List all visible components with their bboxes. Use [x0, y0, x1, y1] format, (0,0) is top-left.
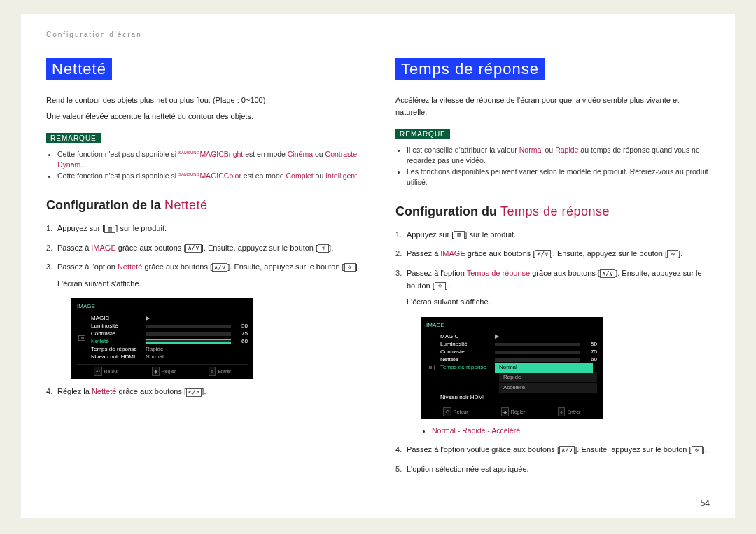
text: ou: [313, 150, 326, 158]
osd-footer: ↶Retour ◆Régler ⎆Entrer: [77, 364, 248, 376]
updown-icon: ∧/∨: [535, 250, 550, 258]
steps-list: Appuyez sur [▥] sur le produit. Passez à…: [46, 223, 360, 398]
intro-text: Rend le contour des objets plus net ou p…: [46, 94, 360, 106]
note-item: Cette fonction n'est pas disponible si S…: [57, 171, 360, 181]
osd-row-luminosite: Luminosité50: [440, 342, 597, 349]
osd-row-nnh: Niveau noir HDMINormal: [91, 353, 248, 360]
text: . Ensuite, appuyez sur le bouton: [553, 249, 665, 258]
text: Passez à l'option voulue grâce aux bouto…: [407, 445, 557, 454]
osd-arrow-icon: ▶: [495, 332, 597, 342]
osd-label: Niveau noir HDMI: [440, 393, 495, 402]
updown-icon: ∧/∨: [186, 244, 201, 253]
osd-row-nnh: Niveau noir HDMI: [440, 394, 597, 401]
step: Passez à l'option voulue grâce aux bouto…: [396, 444, 710, 456]
heading-temps-de-reponse: Temps de réponse: [396, 58, 545, 80]
text: ou: [314, 171, 326, 180]
remark-label: REMARQUE: [46, 133, 101, 143]
text: est en mode: [241, 171, 286, 180]
brand-sup: SAMSUNG: [178, 150, 200, 155]
text: .: [83, 160, 85, 169]
step: Passez à l'option Temps de réponse grâce…: [396, 267, 710, 437]
osd-screenshot: IMAGE MAGIC▶ Luminosité50 Contraste75 Ne…: [71, 298, 360, 379]
step-after-text: L'écran suivant s'affiche.: [407, 296, 710, 309]
right-column: Temps de réponse Accélérez la vitesse de…: [396, 58, 710, 482]
osd-row-luminosite: Luminosité50: [91, 323, 248, 330]
osd-row-magic: MAGIC▶: [440, 334, 597, 341]
value: Normal: [519, 146, 543, 154]
section-heading: Configuration du Temps de réponse: [396, 204, 710, 219]
text: Cette fonction n'est pas disponible si: [57, 150, 178, 158]
osd-option: Accéléré: [499, 383, 597, 393]
brand: MAGICBright: [200, 150, 243, 158]
osd-row-tdr-selected: Temps de réponse Normal: [440, 365, 597, 372]
text: sur le produit.: [467, 230, 516, 239]
enter-icon: ⎆: [667, 250, 678, 258]
text: sur le produit.: [118, 224, 167, 232]
step: Passez à IMAGE grâce aux boutons [∧/∨]. …: [396, 248, 710, 260]
enter-icon: ⎆: [435, 282, 446, 290]
osd-row-contraste: Contraste75: [440, 349, 597, 356]
text: grâce aux boutons: [116, 244, 184, 252]
brand-sup: SAMSUNG: [178, 172, 200, 176]
remark-label: REMARQUE: [396, 129, 450, 139]
osd-sidebar-icon: [426, 333, 436, 402]
note-item: Il est conseillé d'attribuer la valeur N…: [407, 145, 710, 165]
menu-icon: ▥: [454, 231, 465, 239]
page-number: 54: [701, 498, 710, 508]
osd-options: Rapide Accéléré: [499, 372, 597, 394]
note-item: Cette fonction n'est pas disponible si S…: [57, 149, 360, 169]
image-label: IMAGE: [440, 249, 465, 258]
text: .: [357, 171, 359, 180]
updown-icon: ∧/∨: [600, 269, 615, 278]
text: .: [448, 281, 450, 290]
text: . Ensuite, appuyez sur le bouton: [230, 262, 342, 271]
text: Passez à: [407, 249, 440, 258]
enter-icon: ⎆: [692, 446, 703, 454]
options-line: Normal - Rapide - Accéléré: [432, 425, 710, 437]
osd-option-selected: Normal: [495, 363, 593, 373]
intro-text: Accélérez la vitesse de réponse de l'écr…: [396, 94, 710, 118]
remark-notes: Cette fonction n'est pas disponible si S…: [46, 149, 360, 181]
option-label: Netteté: [118, 262, 142, 271]
osd-btn-adjust: ◆Régler: [501, 407, 526, 416]
text: .: [680, 249, 682, 258]
mode: Complet: [286, 171, 314, 180]
text: Cette fonction n'est pas disponible si: [57, 171, 178, 180]
osd-btn-enter: ⎆Entrer: [209, 367, 231, 376]
osd-btn-adjust: ◆Régler: [152, 367, 176, 376]
osd-header: IMAGE: [426, 321, 597, 330]
step: Réglez la Netteté grâce aux boutons [</>…: [46, 386, 360, 398]
mode: Cinéma: [288, 150, 313, 158]
osd-value: Normal: [146, 353, 248, 362]
text: Réglez la: [57, 387, 92, 395]
text: .: [705, 445, 707, 454]
step: Passez à l'option Netteté grâce aux bout…: [46, 261, 360, 379]
intro-text: Une valeur élevée accentue la netteté du…: [46, 111, 360, 122]
section-heading-accent: Temps de réponse: [500, 204, 610, 218]
step-after-text: L'écran suivant s'affiche.: [57, 278, 360, 290]
note-item: Les fonctions disponibles peuvent varier…: [407, 167, 710, 187]
document-page: Configuration d'écran Netteté Rend le co…: [21, 14, 735, 518]
two-column-layout: Netteté Rend le contour des objets plus …: [46, 58, 710, 482]
osd-btn-back: ↶Retour: [443, 407, 468, 416]
text: Appuyez sur: [407, 230, 451, 239]
section-heading-bold: Configuration du: [396, 204, 500, 218]
enter-icon: ⎆: [344, 263, 356, 272]
updown-icon: ∧/∨: [212, 263, 227, 272]
section-heading-bold: Configuration de la: [46, 198, 164, 212]
text: .: [204, 387, 206, 395]
section-heading-accent: Netteté: [164, 198, 208, 212]
text: Il est conseillé d'attribuer la valeur: [407, 146, 519, 154]
osd-screenshot: IMAGE MAGIC▶ Luminosité50 Contraste75 Ne…: [421, 317, 710, 420]
osd-row-tdr: Temps de réponseRapide: [91, 346, 248, 353]
left-column: Netteté Rend le contour des objets plus …: [46, 58, 360, 482]
osd-row-contraste: Contraste75: [91, 330, 248, 337]
osd-footer: ↶Retour ◆Régler ⎆Entrer: [426, 405, 597, 416]
text: Passez à l'option: [57, 262, 118, 271]
text: . Ensuite, appuyez sur le bouton: [577, 445, 689, 454]
brand: MAGICColor: [200, 171, 241, 180]
step: Appuyez sur [▥] sur le produit.: [396, 229, 710, 241]
osd-arrow-icon: ▶: [146, 314, 248, 323]
text: grâce aux boutons: [142, 262, 210, 271]
text: Passez à l'option: [407, 269, 467, 277]
